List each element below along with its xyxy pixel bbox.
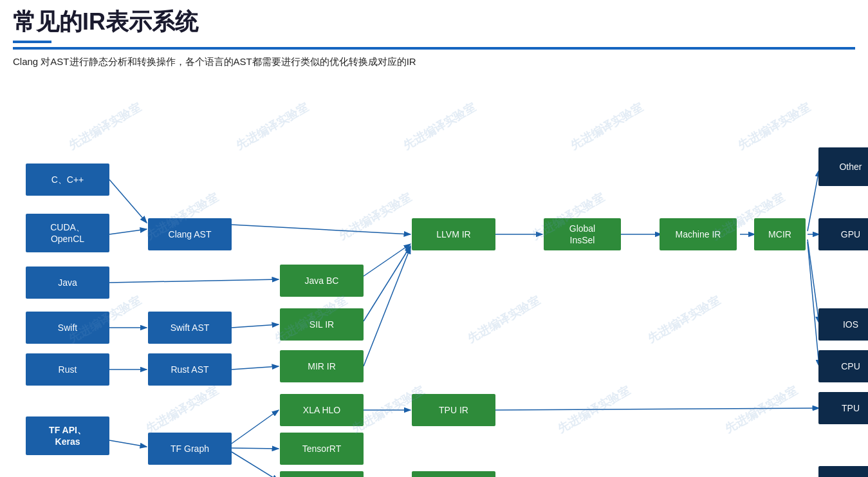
node-nn-api: NN API: [412, 471, 495, 477]
svg-line-25: [808, 239, 819, 323]
node-c-cpp: C、C++: [26, 164, 109, 196]
node-xla-hlo: XLA HLO: [280, 394, 364, 426]
node-other: Other: [818, 147, 868, 186]
node-tensorrt: TensorRT: [280, 433, 364, 465]
node-cuda-opencl: CUDA、OpenCL: [26, 214, 109, 252]
node-clang-ast: Clang AST: [148, 218, 232, 250]
node-global-inssel: GlobalInsSel: [544, 218, 621, 250]
svg-line-14: [232, 448, 279, 449]
node-tf-lite: TF Lite: [280, 471, 364, 477]
node-tpu: TPU: [818, 392, 868, 424]
node-swift: Swift: [26, 312, 109, 344]
node-tf-keras: TF API、Keras: [26, 416, 109, 455]
diagram: 先进编译实验室 先进编译实验室 先进编译实验室 先进编译实验室 先进编译实验室 …: [13, 80, 856, 477]
svg-line-11: [364, 247, 411, 366]
node-llvm-ir: LLVM IR: [412, 218, 495, 250]
page-title: 常见的IR表示系统: [13, 6, 855, 38]
node-cpu: CPU: [818, 350, 868, 382]
subtitle: Clang 对AST进行静态分析和转换操作，各个语言的AST都需要进行类似的优化…: [13, 56, 855, 68]
node-rust: Rust: [26, 353, 109, 386]
node-java-bc: Java BC: [280, 265, 364, 297]
svg-line-27: [495, 408, 819, 410]
node-swift-ast: Swift AST: [148, 312, 232, 344]
svg-line-5: [364, 244, 411, 276]
node-ios: IOS: [818, 308, 868, 341]
svg-line-2: [109, 229, 147, 234]
node-mcir: MCIR: [754, 218, 806, 250]
node-tf-graph: TF Graph: [148, 433, 232, 465]
node-machine-ir: Machine IR: [660, 218, 737, 250]
node-tpu-ir: TPU IR: [412, 394, 495, 426]
node-sil-ir: SIL IR: [280, 308, 364, 341]
svg-line-13: [232, 410, 279, 444]
title-underline: [13, 41, 51, 43]
page-container: 常见的IR表示系统 Clang 对AST进行静态分析和转换操作，各个语言的AST…: [0, 0, 868, 477]
svg-line-23: [808, 170, 819, 231]
svg-line-10: [232, 366, 279, 369]
svg-line-7: [232, 324, 279, 328]
title-bar: [13, 47, 855, 50]
node-android: Android: [818, 466, 868, 477]
svg-line-26: [808, 242, 819, 366]
svg-line-15: [232, 452, 279, 477]
node-java: Java: [26, 267, 109, 299]
svg-line-3: [232, 225, 411, 234]
node-mir-ir: MIR IR: [280, 350, 364, 382]
svg-line-1: [109, 180, 147, 223]
svg-line-4: [109, 279, 279, 283]
svg-line-8: [364, 246, 411, 321]
node-rust-ast: Rust AST: [148, 353, 232, 386]
svg-line-12: [109, 440, 147, 447]
node-gpu: GPU: [818, 218, 868, 250]
